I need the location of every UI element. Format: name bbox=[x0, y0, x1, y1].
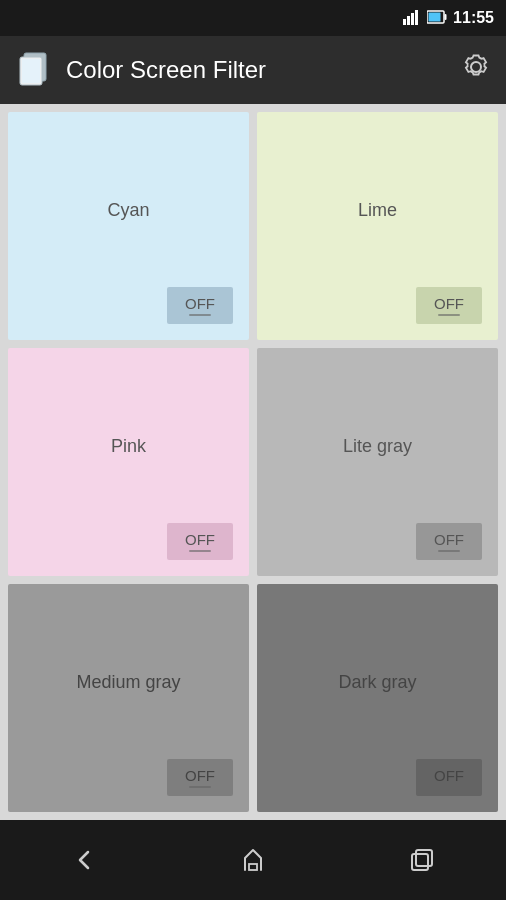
filter-label-lime: Lime bbox=[358, 200, 397, 221]
app-bar-left: Color Screen Filter bbox=[16, 51, 266, 89]
nav-bar bbox=[0, 820, 506, 900]
home-button[interactable] bbox=[223, 840, 283, 880]
filter-label-lite-gray: Lite gray bbox=[343, 436, 412, 457]
filter-label-medium-gray: Medium gray bbox=[76, 672, 180, 693]
svg-rect-10 bbox=[249, 864, 257, 870]
status-bar-right: 11:55 bbox=[403, 9, 494, 28]
svg-rect-12 bbox=[416, 850, 432, 866]
toggle-cyan[interactable]: OFF bbox=[167, 287, 233, 324]
back-button[interactable] bbox=[54, 840, 114, 880]
toggle-underline bbox=[189, 786, 211, 788]
app-bar: Color Screen Filter bbox=[0, 36, 506, 104]
filters-grid: Cyan OFF Lime OFF Pink OFF Lite gray OFF… bbox=[0, 104, 506, 820]
toggle-lite-gray[interactable]: OFF bbox=[416, 523, 482, 560]
svg-rect-6 bbox=[429, 12, 441, 21]
app-icon bbox=[16, 51, 54, 89]
filter-label-pink: Pink bbox=[111, 436, 146, 457]
svg-rect-2 bbox=[411, 13, 414, 25]
toggle-medium-gray[interactable]: OFF bbox=[167, 759, 233, 796]
toggle-underline bbox=[189, 550, 211, 552]
filter-card-lite-gray[interactable]: Lite gray OFF bbox=[257, 348, 498, 576]
settings-icon[interactable] bbox=[462, 53, 490, 88]
battery-icon bbox=[427, 10, 447, 27]
toggle-dark-gray[interactable]: OFF bbox=[416, 759, 482, 796]
signal-icon bbox=[403, 9, 421, 28]
app-title: Color Screen Filter bbox=[66, 56, 266, 84]
filter-label-dark-gray: Dark gray bbox=[338, 672, 416, 693]
svg-rect-0 bbox=[403, 19, 406, 25]
filter-card-medium-gray[interactable]: Medium gray OFF bbox=[8, 584, 249, 812]
status-bar: 11:55 bbox=[0, 0, 506, 36]
toggle-lime[interactable]: OFF bbox=[416, 287, 482, 324]
recents-button[interactable] bbox=[392, 840, 452, 880]
svg-rect-5 bbox=[445, 14, 447, 20]
filter-card-lime[interactable]: Lime OFF bbox=[257, 112, 498, 340]
svg-rect-1 bbox=[407, 16, 410, 25]
svg-rect-9 bbox=[22, 59, 40, 83]
filter-card-cyan[interactable]: Cyan OFF bbox=[8, 112, 249, 340]
toggle-underline bbox=[438, 550, 460, 552]
toggle-pink[interactable]: OFF bbox=[167, 523, 233, 560]
status-time: 11:55 bbox=[453, 9, 494, 27]
toggle-underline bbox=[189, 314, 211, 316]
filter-card-pink[interactable]: Pink OFF bbox=[8, 348, 249, 576]
svg-rect-11 bbox=[412, 854, 428, 870]
toggle-underline bbox=[438, 786, 460, 788]
filter-card-dark-gray[interactable]: Dark gray OFF bbox=[257, 584, 498, 812]
toggle-underline bbox=[438, 314, 460, 316]
filter-label-cyan: Cyan bbox=[107, 200, 149, 221]
svg-rect-3 bbox=[415, 10, 418, 25]
